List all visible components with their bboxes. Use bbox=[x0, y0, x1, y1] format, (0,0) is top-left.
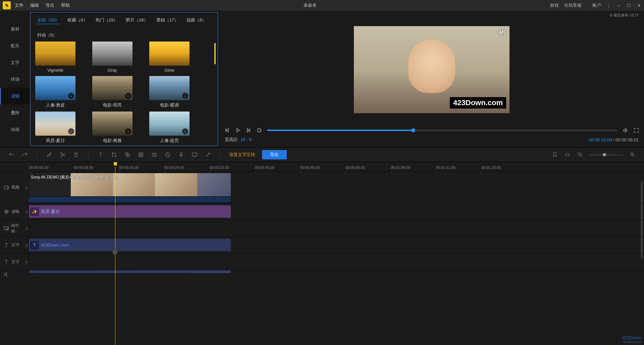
link-tutorial[interactable]: 教程 bbox=[550, 2, 559, 8]
download-icon[interactable]: ↓ bbox=[125, 93, 131, 99]
mic-icon[interactable] bbox=[178, 151, 184, 158]
svg-rect-14 bbox=[192, 153, 197, 156]
split-icon[interactable] bbox=[59, 151, 66, 158]
download-icon[interactable]: ↓ bbox=[182, 93, 188, 99]
edit-icon[interactable] bbox=[46, 151, 53, 158]
svg-point-3 bbox=[61, 156, 62, 157]
filter-item[interactable]: ↓风景-夏日 bbox=[35, 112, 75, 144]
maximize-button[interactable]: ☐ bbox=[627, 3, 631, 8]
download-icon[interactable]: ↓ bbox=[182, 128, 188, 134]
track-label: 滤镜 bbox=[11, 209, 19, 214]
filter-item[interactable]: ↓电影-暖调 bbox=[149, 76, 190, 108]
record-icon[interactable] bbox=[151, 151, 158, 158]
tab-film[interactable]: 胶片（16） bbox=[126, 17, 148, 24]
crop-icon[interactable] bbox=[111, 151, 117, 158]
audio-waveform[interactable] bbox=[29, 196, 231, 203]
enhance-icon[interactable] bbox=[205, 151, 211, 158]
filter-label: 电影-典雅 bbox=[92, 138, 132, 144]
nav-transition[interactable]: 转场 bbox=[0, 71, 30, 88]
nav-material[interactable]: 素材 bbox=[0, 21, 30, 38]
nav-animation[interactable]: 动画 bbox=[0, 121, 30, 138]
link-online-service[interactable]: 在线客服 bbox=[564, 2, 582, 8]
filter-item[interactable]: Vignette bbox=[35, 42, 75, 73]
nav-overlay[interactable]: 叠附 bbox=[0, 105, 30, 121]
extra-clip[interactable] bbox=[29, 270, 231, 273]
delete-icon[interactable] bbox=[73, 151, 79, 158]
prev-frame-button[interactable] bbox=[224, 127, 230, 133]
lock-icon[interactable] bbox=[24, 186, 29, 190]
nav-text[interactable]: 文字 bbox=[0, 54, 30, 71]
text-clip[interactable]: T 423Down.com bbox=[29, 239, 231, 251]
nav-music[interactable]: 配乐 bbox=[0, 38, 30, 54]
aspect-value[interactable]: 16 : 9 bbox=[240, 137, 252, 142]
lock-icon[interactable] bbox=[24, 260, 29, 264]
next-frame-button[interactable] bbox=[246, 127, 252, 133]
filter-item[interactable]: ↓电影-典雅 bbox=[92, 112, 132, 144]
category-nav: 素材 配乐 文字 转场 滤镜 叠附 动画 bbox=[0, 11, 30, 147]
zoom-out-icon[interactable] bbox=[577, 151, 584, 158]
filter-item[interactable]: Gray bbox=[92, 42, 132, 73]
tab-distort[interactable]: 扭曲（6） bbox=[186, 17, 206, 24]
redo-button[interactable] bbox=[21, 151, 28, 158]
tab-shake[interactable]: 抖动（5） bbox=[37, 32, 57, 38]
close-button[interactable]: ✕ bbox=[637, 3, 641, 8]
stop-button[interactable] bbox=[256, 127, 262, 133]
filter-label: 人像-提亮 bbox=[149, 138, 190, 144]
undo-button[interactable] bbox=[8, 151, 15, 158]
filter-clip[interactable]: ✨ 风景-夏日 bbox=[29, 205, 231, 218]
menu-export[interactable]: 导出 bbox=[46, 2, 54, 8]
progress-bar[interactable] bbox=[267, 130, 618, 131]
filter-item[interactable]: ↓人像-提亮 bbox=[149, 112, 190, 144]
tab-all[interactable]: 全部（59） bbox=[37, 17, 59, 24]
project-title: 未命名 bbox=[70, 2, 550, 8]
track-label: 文字 bbox=[11, 242, 19, 248]
lock-icon[interactable] bbox=[24, 243, 29, 247]
zoom-in-icon[interactable] bbox=[629, 151, 636, 158]
fit-icon[interactable] bbox=[564, 151, 571, 158]
filter-item[interactable]: ↓电影-明亮 bbox=[92, 76, 132, 108]
playhead-line[interactable] bbox=[115, 167, 115, 345]
fullscreen-icon[interactable] bbox=[633, 127, 639, 133]
export-button[interactable]: 导出 bbox=[262, 150, 287, 159]
menu-edit[interactable]: 编辑 bbox=[30, 2, 39, 8]
more-icon[interactable]: ⋮ bbox=[606, 3, 611, 8]
volume-icon[interactable] bbox=[623, 127, 629, 133]
link-account[interactable]: 账户 bbox=[592, 2, 601, 8]
tab-hot[interactable]: 热门（15） bbox=[96, 17, 118, 24]
last-save-label: ⊘ 最近保存 13:17 bbox=[609, 13, 639, 18]
filter-label: Gray bbox=[92, 68, 132, 73]
marker-icon[interactable] bbox=[551, 151, 558, 158]
filter-item[interactable]: Glow bbox=[149, 42, 190, 73]
time-ruler[interactable]: 00:00:00.00 00:00:08.00 00:00:16.00 00:0… bbox=[0, 162, 644, 171]
audio-track-icon bbox=[3, 271, 9, 277]
svg-rect-9 bbox=[142, 155, 143, 157]
title-bar: ✎ 文件 编辑 导出 帮助 未命名 教程 在线客服 账户 ⋮ ─ ☐ ✕ bbox=[0, 0, 644, 11]
filter-item[interactable]: ↓人像-磨皮 bbox=[35, 76, 75, 108]
lock-icon[interactable] bbox=[25, 226, 29, 230]
menu-help[interactable]: 帮助 bbox=[61, 2, 70, 8]
lock-icon[interactable] bbox=[24, 210, 29, 214]
filter-label: Glow bbox=[149, 68, 190, 73]
screen-icon[interactable] bbox=[191, 151, 198, 158]
asset-scrollbar[interactable] bbox=[214, 43, 216, 64]
track-extra bbox=[0, 270, 644, 278]
download-icon[interactable]: ↓ bbox=[68, 93, 74, 99]
zoom-slider[interactable] bbox=[590, 154, 623, 155]
preview-video[interactable]: 4K 423Down.com bbox=[224, 14, 639, 125]
speed-icon[interactable] bbox=[164, 151, 171, 158]
text-tool-icon[interactable] bbox=[97, 151, 104, 158]
download-icon[interactable]: ↓ bbox=[125, 128, 131, 134]
nav-filter[interactable]: 滤镜 bbox=[0, 88, 30, 105]
voice-text-button[interactable]: 语音文字互转 bbox=[229, 152, 255, 158]
filter-label: 风景-夏日 bbox=[35, 138, 75, 144]
grid-icon[interactable] bbox=[138, 151, 144, 158]
minimize-button[interactable]: ─ bbox=[616, 3, 621, 8]
download-icon[interactable]: ↓ bbox=[68, 128, 74, 134]
tab-basic[interactable]: 基础（17） bbox=[156, 17, 178, 24]
tab-favorite[interactable]: 收藏（0） bbox=[67, 17, 87, 24]
play-button[interactable] bbox=[235, 127, 241, 133]
menu-file[interactable]: 文件 bbox=[15, 2, 23, 8]
opacity-icon[interactable] bbox=[124, 151, 131, 158]
scissors-icon[interactable]: ✂ bbox=[113, 249, 117, 255]
playhead-marker[interactable] bbox=[114, 162, 117, 165]
